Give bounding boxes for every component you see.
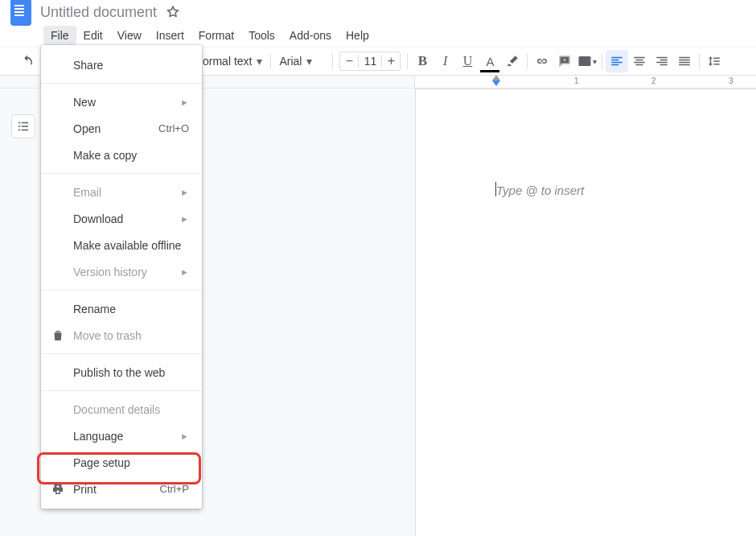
insert-link-button[interactable]: [531, 50, 553, 72]
separator: [407, 53, 408, 69]
menu-item-document-details: Document details: [41, 396, 202, 423]
chevron-right-icon: ►: [180, 97, 189, 107]
menu-view[interactable]: View: [110, 26, 149, 45]
menu-file[interactable]: File: [43, 26, 76, 45]
text-color-button[interactable]: A: [479, 50, 501, 72]
menu-item-label: Make available offline: [73, 239, 181, 252]
left-indent-marker[interactable]: [492, 80, 500, 86]
ruler-num-1: 1: [574, 76, 579, 85]
menu-tools[interactable]: Tools: [241, 26, 282, 45]
font-size-increase[interactable]: +: [382, 52, 400, 70]
menu-item-page-setup[interactable]: Page setup: [41, 449, 202, 476]
file-menu: ShareNew►OpenCtrl+OMake a copyEmail►Down…: [41, 45, 202, 509]
menu-separator: [41, 353, 202, 354]
document-page[interactable]: Type @ to insert: [415, 89, 756, 536]
chevron-right-icon: ►: [180, 267, 189, 277]
menu-insert[interactable]: Insert: [149, 26, 191, 45]
menu-item-download[interactable]: Download►: [41, 205, 202, 232]
font-size-value[interactable]: 11: [358, 55, 382, 68]
chevron-right-icon: ►: [180, 214, 189, 224]
menu-item-email: Email►: [41, 179, 202, 205]
italic-button[interactable]: I: [433, 50, 456, 72]
first-line-indent-marker[interactable]: [492, 75, 500, 80]
menu-item-shortcut: Ctrl+P: [160, 483, 189, 495]
chevron-right-icon: ►: [180, 188, 189, 197]
menu-item-label: Make a copy: [73, 149, 137, 162]
menu-item-version-history: Version history►: [41, 258, 202, 285]
font-size-decrease[interactable]: −: [340, 52, 358, 70]
separator: [332, 53, 333, 69]
underline-button[interactable]: U: [456, 50, 479, 72]
menu-item-label: Rename: [73, 303, 116, 315]
insert-image-button[interactable]: ▾: [576, 50, 598, 72]
align-center-button[interactable]: [628, 50, 651, 72]
paragraph-style-label: ormal text: [203, 55, 252, 68]
chevron-down-icon: ▾: [593, 57, 597, 66]
font-select[interactable]: Arial ▾: [274, 50, 329, 72]
font-size-stepper[interactable]: − 11 +: [339, 52, 401, 71]
line-spacing-button[interactable]: [703, 50, 725, 72]
menu-item-label: Move to trash: [73, 329, 142, 342]
menu-addons[interactable]: Add-ons: [282, 26, 339, 45]
menu-item-label: Version history: [73, 266, 147, 278]
separator: [602, 53, 602, 69]
menu-item-label: Language: [73, 430, 123, 443]
document-title[interactable]: Untitled document: [40, 4, 157, 21]
menu-item-make-available-offline[interactable]: Make available offline: [41, 232, 202, 258]
align-right-button[interactable]: [651, 50, 673, 72]
print-icon: [51, 482, 65, 497]
star-icon[interactable]: [165, 4, 181, 20]
menu-item-label: Print: [73, 483, 97, 496]
font-label: Arial: [279, 55, 302, 68]
menu-item-move-to-trash: Move to trash: [41, 322, 202, 348]
menu-item-share[interactable]: Share: [41, 52, 202, 78]
chevron-down-icon: ▾: [257, 55, 262, 68]
align-justify-button[interactable]: [673, 50, 696, 72]
docs-logo[interactable]: [6, 0, 35, 27]
menu-item-language[interactable]: Language►: [41, 423, 202, 449]
menu-separator: [41, 390, 202, 391]
menu-edit[interactable]: Edit: [76, 26, 110, 45]
menu-separator: [41, 290, 202, 291]
menu-item-label: Download: [73, 212, 123, 225]
menu-item-label: Share: [73, 59, 103, 72]
bold-button[interactable]: B: [411, 50, 433, 72]
menu-separator: [41, 83, 202, 84]
insert-comment-button[interactable]: [553, 50, 576, 72]
align-left-button[interactable]: [606, 50, 628, 72]
highlight-button[interactable]: [501, 50, 524, 72]
document-outline-button[interactable]: [11, 114, 35, 138]
menu-item-label: Page setup: [73, 456, 130, 469]
menu-item-label: Open: [73, 122, 101, 135]
chevron-right-icon: ►: [180, 431, 189, 441]
menu-item-label: Publish to the web: [73, 366, 165, 379]
separator: [270, 53, 271, 69]
trash-icon: [51, 328, 65, 343]
menu-item-rename[interactable]: Rename: [41, 295, 202, 322]
menu-item-shortcut: Ctrl+O: [158, 122, 189, 134]
menu-item-print[interactable]: PrintCtrl+P: [41, 476, 202, 502]
menu-item-make-a-copy[interactable]: Make a copy: [41, 142, 202, 168]
menu-item-open[interactable]: OpenCtrl+O: [41, 115, 202, 142]
header-bar: Untitled document: [0, 0, 756, 24]
menu-format[interactable]: Format: [191, 26, 241, 45]
menu-item-new[interactable]: New►: [41, 89, 202, 115]
menu-item-publish-to-the-web[interactable]: Publish to the web: [41, 359, 202, 386]
ruler-num-3: 3: [729, 76, 733, 85]
undo-button[interactable]: [16, 50, 39, 72]
chevron-down-icon: ▾: [306, 55, 312, 68]
menu-item-label: Document details: [73, 403, 160, 416]
separator: [527, 53, 528, 69]
menubar: File Edit View Insert Format Tools Add-o…: [0, 24, 756, 47]
separator: [699, 53, 700, 69]
ruler-num-2: 2: [651, 76, 656, 85]
paragraph-style-select[interactable]: ormal text ▾: [198, 50, 267, 72]
page-placeholder: Type @ to insert: [496, 183, 584, 197]
menu-item-label: New: [73, 96, 96, 109]
menu-separator: [41, 173, 202, 174]
menu-help[interactable]: Help: [339, 26, 376, 45]
menu-item-label: Email: [73, 186, 101, 199]
